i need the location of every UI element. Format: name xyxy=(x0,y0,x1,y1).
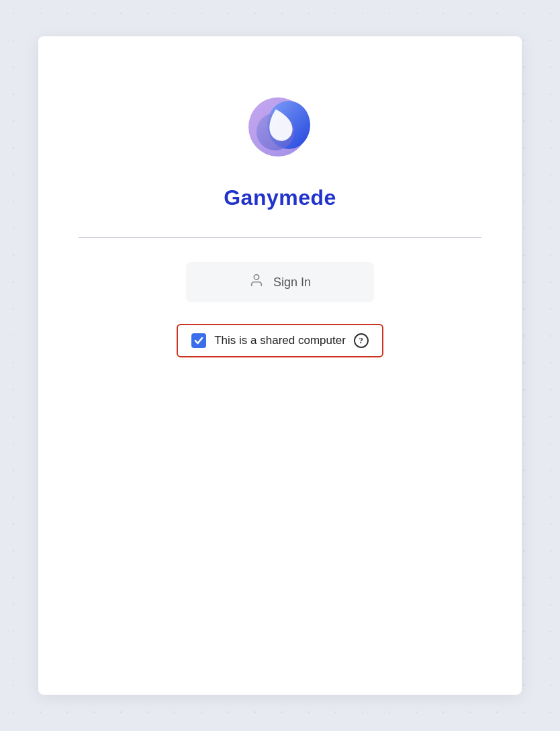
user-icon xyxy=(249,273,264,292)
shared-computer-row: This is a shared computer ? xyxy=(177,324,383,357)
app-title: Ganymede xyxy=(224,185,336,210)
help-icon[interactable]: ? xyxy=(354,333,369,348)
sign-in-button[interactable]: Sign In xyxy=(186,262,374,302)
login-card: Ganymede Sign In This is a shared comput… xyxy=(38,36,522,695)
svg-point-3 xyxy=(254,275,259,280)
sign-in-label: Sign In xyxy=(273,275,311,290)
app-logo xyxy=(243,90,317,167)
shared-computer-checkbox[interactable] xyxy=(191,333,206,348)
help-symbol: ? xyxy=(359,335,364,346)
shared-computer-label: This is a shared computer xyxy=(214,334,346,347)
divider xyxy=(79,237,481,238)
